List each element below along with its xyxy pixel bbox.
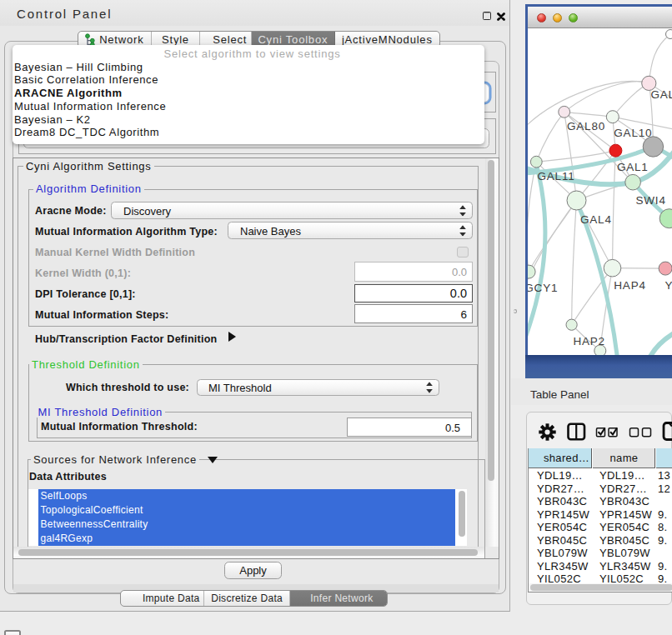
svg-text:GAL: GAL bbox=[651, 88, 672, 101]
svg-text:GAL4: GAL4 bbox=[580, 212, 612, 225]
svg-text:GAL10: GAL10 bbox=[614, 126, 652, 138]
svg-text:GAL1: GAL1 bbox=[617, 160, 649, 172]
svg-text:HAP4: HAP4 bbox=[614, 279, 645, 292]
svg-text:GAL11: GAL11 bbox=[538, 170, 575, 182]
svg-text:SWI4: SWI4 bbox=[636, 193, 666, 206]
svg-text:GCY1: GCY1 bbox=[528, 282, 558, 294]
svg-text:Y: Y bbox=[665, 279, 672, 292]
svg-text:GAL80: GAL80 bbox=[567, 119, 605, 132]
svg-text:HAP2: HAP2 bbox=[573, 335, 604, 348]
